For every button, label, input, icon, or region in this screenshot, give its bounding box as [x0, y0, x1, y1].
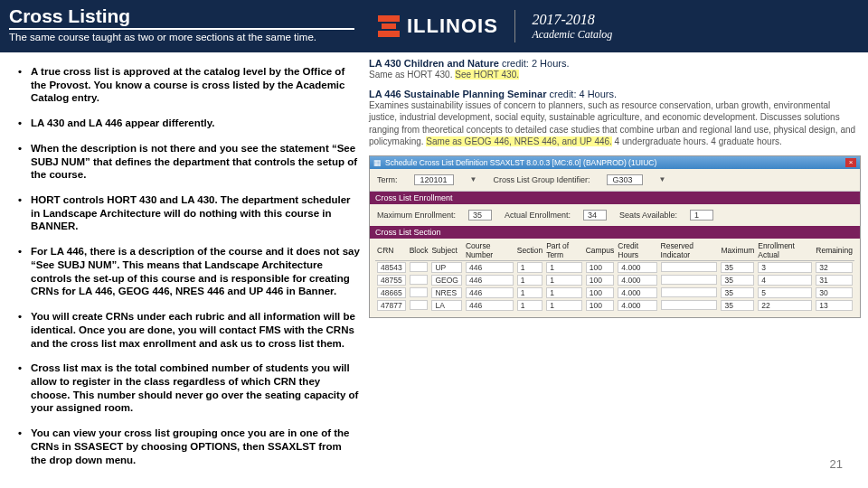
bullet-text: When the description is not there and yo… [31, 142, 360, 182]
col-reserved: Reserved Indicator [659, 240, 720, 261]
term-label: Term: [377, 175, 398, 184]
course-head: LA 430 Children and Nature [369, 58, 502, 69]
cell-crn: 48665 [377, 287, 406, 298]
enrollment-row: Maximum Enrollment:35 Actual Enrollment:… [370, 204, 860, 226]
cell-crn: 47877 [377, 300, 406, 311]
cell-block [410, 275, 429, 285]
cell-reserved [661, 287, 718, 297]
course-credit: credit: 4 Hours. [549, 89, 617, 99]
cell-reserved [661, 262, 718, 272]
cell-credit: 4.000 [618, 275, 656, 286]
crosslist-table: CRN Block Subject Course Number Section … [370, 239, 860, 317]
block-i-icon [380, 14, 398, 39]
cell-max: 35 [721, 287, 754, 298]
catalog-la446: LA 446 Sustainable Planning Seminar cred… [369, 89, 861, 148]
cell-reserved [661, 275, 718, 285]
cell-actual: 5 [758, 287, 812, 298]
cell-remain: 32 [816, 262, 853, 273]
group-label: Cross List Group Identifier: [493, 175, 590, 184]
bullet-text: For LA 446, there is a description of th… [31, 245, 360, 298]
max-enroll-label: Maximum Enrollment: [377, 211, 456, 220]
table-row[interactable]: 48665NRES446111004.00035530 [375, 286, 854, 299]
max-enroll-field[interactable]: 35 [468, 210, 492, 221]
col-section: Section [515, 240, 544, 261]
cell-reserved [661, 300, 718, 310]
list-item: •When the description is not there and y… [18, 142, 360, 182]
cell-course: 446 [466, 300, 514, 311]
page-title: Cross Listing [9, 5, 354, 30]
group-field[interactable]: G303 [607, 174, 643, 185]
cell-actual: 4 [758, 275, 812, 286]
cell-part: 1 [546, 287, 582, 298]
cell-block [410, 300, 429, 310]
cell-actual: 22 [758, 300, 812, 311]
cell-max: 35 [721, 275, 754, 286]
col-remain: Remaining [814, 240, 854, 261]
table-row[interactable]: 48755GEOG446111004.00035431 [375, 274, 854, 286]
col-campus: Campus [584, 240, 617, 261]
illinois-wordmark: ILLINOIS [407, 14, 498, 38]
cell-crn: 48755 [377, 275, 406, 286]
dropdown-icon[interactable]: ▼ [659, 175, 666, 183]
cell-campus: 100 [586, 275, 615, 286]
cell-subject: GEOG [431, 275, 462, 286]
col-actual: Enrollment Actual [756, 240, 814, 261]
cell-course: 446 [466, 275, 514, 286]
cell-campus: 100 [586, 287, 615, 298]
cell-part: 1 [546, 300, 582, 311]
col-max: Maximum [719, 240, 756, 261]
divider [514, 10, 516, 42]
course-hours: 4 undergraduate hours. 4 graduate hours. [612, 136, 782, 146]
term-field[interactable]: 120101 [414, 174, 454, 185]
actual-enroll-label: Actual Enrollment: [505, 211, 571, 220]
cell-course: 446 [466, 287, 514, 298]
bullet-text: Cross list max is the total combined num… [31, 361, 360, 415]
cell-max: 35 [721, 262, 754, 273]
bullet-text: HORT controls HORT 430 and LA 430. The d… [31, 193, 360, 233]
bullet-text: You can view your cross list grouping on… [31, 427, 360, 466]
dropdown-icon[interactable]: ▼ [470, 175, 477, 183]
illinois-logo: ILLINOIS [380, 14, 498, 39]
cell-subject: UP [431, 262, 462, 273]
col-credit: Credit Hours [616, 240, 658, 261]
cell-credit: 4.000 [618, 287, 656, 298]
bullet-text: You will create CRNs under each rubric a… [31, 310, 360, 350]
cell-part: 1 [546, 262, 582, 273]
course-credit: credit: 2 Hours. [502, 58, 570, 69]
cell-credit: 4.000 [618, 300, 656, 311]
list-item: •You can view your cross list grouping o… [18, 427, 360, 466]
course-head: LA 446 Sustainable Planning Seminar [369, 89, 549, 99]
col-crn: CRN [375, 240, 408, 261]
header-left: Cross Listing The same course taught as … [0, 0, 363, 52]
slide-header: Cross Listing The same course taught as … [0, 0, 868, 52]
table-row[interactable]: 47877LA446111004.000352213 [375, 299, 854, 312]
catalog-la430: LA 430 Children and Nature credit: 2 Hou… [369, 58, 861, 81]
table-header-row: CRN Block Subject Course Number Section … [375, 240, 854, 261]
cell-section: 1 [517, 287, 542, 298]
close-icon[interactable]: × [845, 158, 856, 167]
cell-subject: LA [431, 300, 462, 311]
academic-year-range: 2017-2018 [532, 12, 612, 28]
page-subtitle: The same course taught as two or more se… [9, 32, 354, 42]
cell-remain: 31 [816, 275, 853, 286]
cell-actual: 3 [758, 262, 812, 273]
list-item: •You will create CRNs under each rubric … [18, 310, 360, 350]
col-part: Part of Term [544, 240, 584, 261]
col-course: Course Number [464, 240, 515, 261]
grid-icon: ▦ [373, 158, 382, 167]
cell-part: 1 [546, 275, 582, 286]
right-panel: LA 430 Children and Nature credit: 2 Hou… [363, 52, 868, 478]
seats-label: Seats Available: [619, 211, 677, 220]
cell-section: 1 [517, 300, 542, 311]
cell-course: 446 [466, 262, 514, 273]
col-block: Block [408, 240, 430, 261]
cell-block [410, 262, 429, 272]
col-subject: Subject [429, 240, 464, 261]
table-row[interactable]: 48543UP446111004.00035332 [375, 260, 854, 274]
list-item: •A true cross list is approved at the ca… [18, 65, 360, 105]
cell-max: 35 [721, 300, 754, 311]
cell-credit: 4.000 [618, 262, 656, 273]
actual-enroll-field: 34 [583, 210, 607, 221]
header-right: ILLINOIS 2017-2018 Academic Catalog [363, 0, 868, 52]
cell-block [410, 287, 429, 297]
